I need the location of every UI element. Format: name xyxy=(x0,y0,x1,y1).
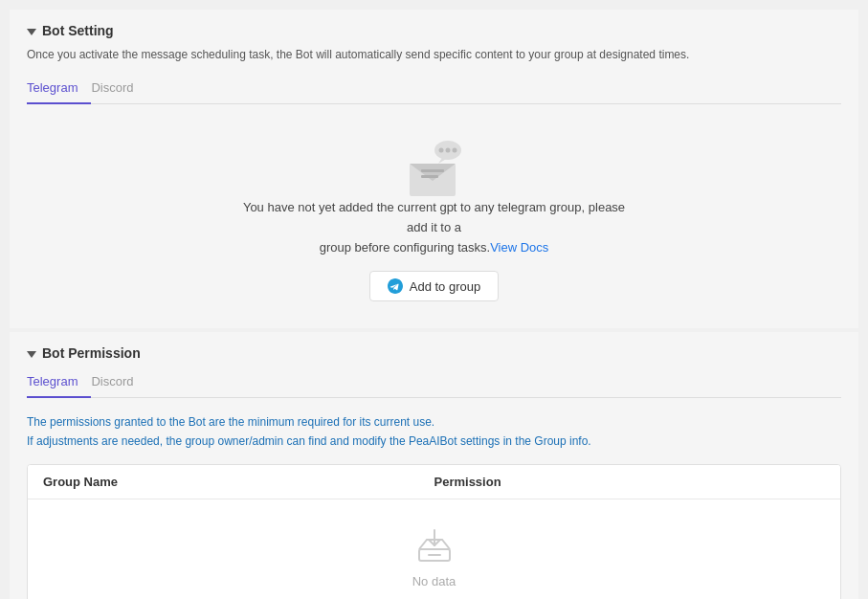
permission-note-line1: The permissions granted to the Bot are t… xyxy=(27,413,841,432)
svg-marker-4 xyxy=(438,158,448,164)
bot-permission-title: Bot Permission xyxy=(42,345,141,361)
chevron-down-icon xyxy=(27,29,36,35)
svg-point-1 xyxy=(438,148,443,153)
bot-permission-header: Bot Permission xyxy=(27,345,841,361)
svg-rect-8 xyxy=(421,175,438,178)
bot-setting-header: Bot Setting xyxy=(27,23,841,38)
permission-table: Group Name Permission No data xyxy=(27,464,841,599)
svg-point-2 xyxy=(445,148,450,153)
view-docs-link[interactable]: View Docs xyxy=(490,240,548,255)
add-to-group-label: Add to group xyxy=(410,279,480,294)
inbox-tray-icon xyxy=(415,528,454,565)
empty-message-line1: You have not yet added the current gpt t… xyxy=(243,200,625,234)
add-to-group-button[interactable]: Add to group xyxy=(369,271,499,301)
empty-state-message: You have not yet added the current gpt t… xyxy=(243,198,626,257)
no-data-label: No data xyxy=(412,574,456,588)
tab-discord-permission[interactable]: Discord xyxy=(91,368,146,398)
bot-permission-section: Bot Permission Telegram Discord The perm… xyxy=(10,332,858,599)
col-permission-header: Permission xyxy=(434,475,826,489)
svg-point-3 xyxy=(452,148,456,153)
bot-setting-description: Once you activate the message scheduling… xyxy=(27,46,841,63)
envelope-illustration-icon xyxy=(400,139,469,198)
tab-telegram-setting[interactable]: Telegram xyxy=(27,75,91,104)
chevron-down-icon-permission xyxy=(27,351,36,358)
empty-message-line2: group before configuring tasks. xyxy=(320,240,491,255)
svg-rect-7 xyxy=(421,169,444,172)
bot-setting-tabs: Telegram Discord xyxy=(27,75,841,104)
permission-note-line2: If adjustments are needed, the group own… xyxy=(27,433,841,451)
col-group-name-header: Group Name xyxy=(43,475,434,489)
tab-discord-setting[interactable]: Discord xyxy=(91,75,146,104)
permission-note: The permissions granted to the Bot are t… xyxy=(27,413,841,450)
bot-setting-empty-state: You have not yet added the current gpt t… xyxy=(27,120,841,311)
permission-table-empty-state: No data xyxy=(28,499,840,599)
bot-setting-title: Bot Setting xyxy=(42,23,114,38)
bot-setting-section: Bot Setting Once you activate the messag… xyxy=(10,10,858,328)
bot-permission-tabs: Telegram Discord xyxy=(27,368,841,398)
telegram-icon xyxy=(388,278,403,294)
tab-telegram-permission[interactable]: Telegram xyxy=(27,368,91,398)
permission-table-header: Group Name Permission xyxy=(28,465,840,499)
